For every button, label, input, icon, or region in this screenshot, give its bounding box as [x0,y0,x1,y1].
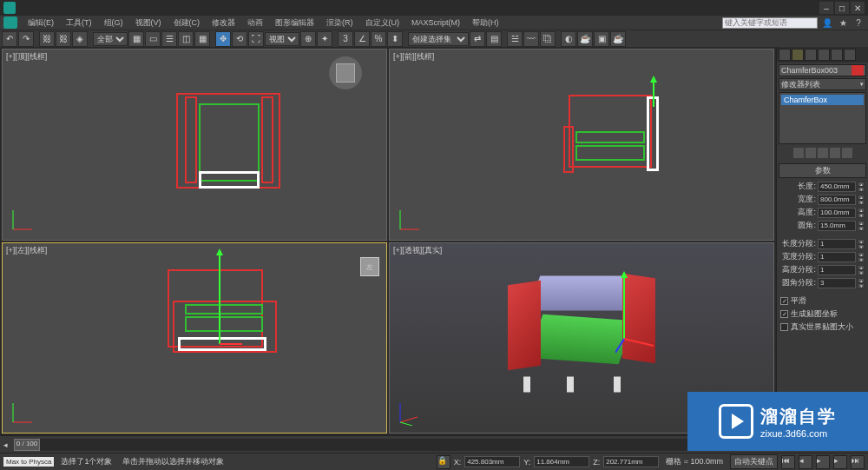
viewport-left[interactable]: [+][左][线框] 左 [2,242,387,434]
spinner-snap-button[interactable]: ⬍ [387,31,403,47]
time-handle[interactable]: 0 / 100 [14,439,40,451]
utilities-tab[interactable] [844,49,856,61]
close-button[interactable]: ✕ [851,2,865,14]
create-tab[interactable] [779,49,791,61]
wseg-spinner[interactable]: 1 [818,252,856,262]
curve-editor-button[interactable]: 〰 [523,31,539,47]
render-setup-button[interactable]: ☕ [577,31,593,47]
realworld-checkbox[interactable] [780,323,788,331]
select-object-button[interactable]: ▭ [145,31,161,47]
autokey-button[interactable]: 自动关键点 [730,454,778,469]
link-button[interactable]: ⛓ [39,31,55,47]
coord-y-field[interactable]: 11.864mm [534,456,589,467]
motion-tab[interactable] [818,49,830,61]
stack-item[interactable]: ChamferBox [781,95,864,105]
viewport-label[interactable]: [+][左][线框] [6,245,47,256]
redo-button[interactable]: ↷ [18,31,34,47]
material-editor-button[interactable]: ◐ [561,31,576,47]
undo-button[interactable]: ↶ [2,31,17,47]
menu-maxscript[interactable]: MAXScript(M) [406,18,465,27]
mirror-button[interactable]: ⇄ [470,31,485,47]
play-button[interactable]: ▸ [816,455,830,469]
params-rollout-header[interactable]: 参数 [779,163,866,178]
menu-customize[interactable]: 自定义(U) [360,17,405,29]
fseg-spinner[interactable]: 3 [818,278,856,288]
ref-coord-dropdown[interactable]: 视图 [265,32,299,46]
bind-button[interactable]: ◈ [72,31,88,47]
angle-snap-button[interactable]: ∠ [354,31,370,47]
smooth-checkbox[interactable]: ✓ [780,297,788,305]
hierarchy-tab[interactable] [805,49,817,61]
modify-tab[interactable] [792,49,804,61]
viewcube-face[interactable]: 左 [360,257,379,276]
favorite-icon[interactable]: ★ [837,17,849,29]
viewport-front[interactable]: [+][前][线框] [389,49,774,241]
menu-tools[interactable]: 工具(T) [61,17,97,29]
maximize-button[interactable]: □ [835,2,849,14]
modifier-stack[interactable]: ChamferBox [779,92,866,144]
lock-selection-icon[interactable]: 🔒 [437,455,450,469]
width-spinner[interactable]: 800.0mm [818,195,856,205]
move-gizmo-icon[interactable] [211,248,246,353]
viewport-label[interactable]: [+][顶][线框] [6,51,47,63]
search-input[interactable] [722,17,818,29]
height-spinner[interactable]: 100.0mm [818,208,856,218]
modifier-list-dropdown[interactable]: 修改器列表 [779,78,866,90]
menu-rendering[interactable]: 渲染(R) [321,17,358,29]
selection-set-dropdown[interactable]: 全部 [93,32,128,46]
pivot-button[interactable]: ⊕ [300,31,316,47]
window-crossing-button[interactable]: ▦ [194,31,210,47]
prev-frame-button[interactable]: ◂ [799,455,812,469]
select-rotate-button[interactable]: ⟲ [232,31,247,47]
maxscript-button[interactable]: Max to Physca [3,457,54,467]
select-region-button[interactable]: ◫ [178,31,194,47]
next-frame-button[interactable]: ▸ [833,455,847,469]
viewport-label[interactable]: [+][前][线框] [393,51,434,63]
configure-sets-icon[interactable] [842,148,852,158]
align-button[interactable]: ▤ [486,31,502,47]
pin-stack-icon[interactable] [793,148,804,158]
named-selection-dropdown[interactable]: 创建选择集 [408,32,469,46]
render-frame-button[interactable]: ▣ [594,31,609,47]
coord-z-field[interactable]: 202.771mm [603,456,659,467]
fillet-spinner[interactable]: 15.0mm [818,221,856,231]
make-unique-icon[interactable] [818,148,828,158]
menu-modifiers[interactable]: 修改器 [207,17,240,29]
move-gizmo-icon[interactable] [650,76,667,110]
coord-x-field[interactable]: 425.803mm [464,456,520,467]
remove-modifier-icon[interactable] [830,148,840,158]
manipulate-button[interactable]: ✦ [317,31,332,47]
hseg-spinner[interactable]: 1 [818,265,856,275]
render-button[interactable]: ☕ [610,31,626,47]
snap-toggle-button[interactable]: 3 [338,31,353,47]
genuv-checkbox[interactable]: ✓ [780,310,788,318]
show-end-result-icon[interactable] [806,148,816,158]
selection-filter-button[interactable]: ▦ [128,31,144,47]
menu-help[interactable]: 帮助(H) [467,17,504,29]
goto-start-button[interactable]: ⏮ [781,455,795,469]
percent-snap-button[interactable]: % [371,31,386,47]
viewport-top[interactable]: [+][顶][线框] [2,49,387,241]
menu-grapheditors[interactable]: 图形编辑器 [270,17,319,29]
minimize-button[interactable]: – [819,2,833,14]
goto-end-button[interactable]: ⏭ [851,455,865,469]
viewport-label[interactable]: [+][透视][真实] [393,245,442,256]
menu-view[interactable]: 视图(V) [130,17,167,29]
menu-animation[interactable]: 动画 [242,17,268,29]
app-menu-icon[interactable] [3,17,17,29]
help-icon[interactable]: ? [852,17,865,29]
length-spinner[interactable]: 450.0mm [818,182,856,192]
viewcube[interactable] [329,56,362,89]
display-tab[interactable] [831,49,843,61]
move-gizmo-icon[interactable] [615,269,659,356]
unlink-button[interactable]: ⛓ [56,31,71,47]
schematic-button[interactable]: ⿻ [540,31,556,47]
select-move-button[interactable]: ✥ [215,31,231,47]
signin-icon[interactable]: 👤 [821,17,833,29]
select-by-name-button[interactable]: ☰ [161,31,177,47]
layers-button[interactable]: ☱ [507,31,523,47]
menu-create[interactable]: 创建(C) [168,17,206,29]
select-scale-button[interactable]: ⛶ [248,31,264,47]
lseg-spinner[interactable]: 1 [818,239,856,249]
object-name-field[interactable]: ChamferBox003 [779,64,866,76]
